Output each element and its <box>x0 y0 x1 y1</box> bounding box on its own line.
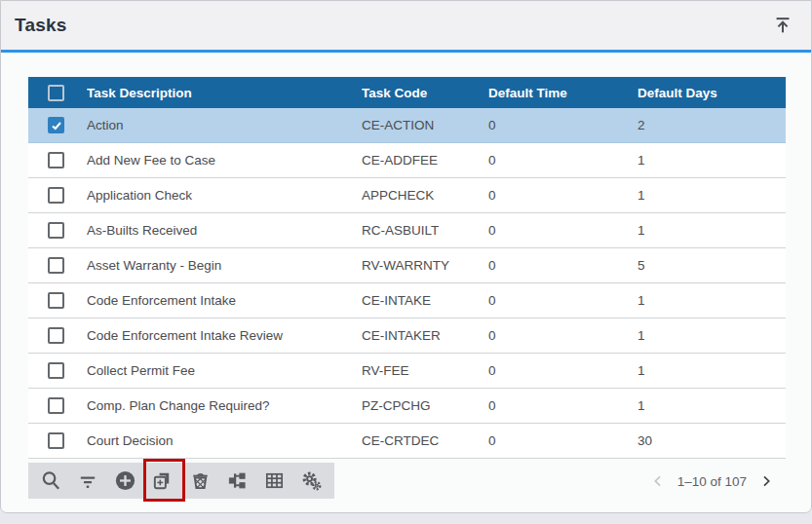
cell-task-description: Code Enforcement Intake Review <box>87 328 362 343</box>
column-header-default-days[interactable]: Default Days <box>638 86 786 100</box>
row-checkbox[interactable] <box>48 397 64 414</box>
cell-default-time: 0 <box>488 223 638 238</box>
cell-default-time: 0 <box>488 398 638 413</box>
cell-task-description: Court Decision <box>87 433 362 448</box>
cell-task-description: Code Enforcement Intake <box>87 293 362 308</box>
search-icon[interactable] <box>38 468 63 494</box>
row-checkbox[interactable] <box>48 222 64 239</box>
cell-default-days: 5 <box>638 258 786 273</box>
table-row[interactable]: Code Enforcement Intake CE-INTAKE 0 1 <box>28 283 786 318</box>
table-row[interactable]: Court Decision CE-CRTDEC 0 30 <box>28 424 786 459</box>
column-header-task-code[interactable]: Task Code <box>362 86 488 100</box>
cell-task-description: Asset Warranty - Begin <box>87 258 362 273</box>
cell-default-time: 0 <box>488 433 638 448</box>
column-header-default-time[interactable]: Default Time <box>488 86 638 100</box>
cell-default-time: 0 <box>488 118 638 132</box>
table-row[interactable]: Collect Permit Fee RV-FEE 0 1 <box>28 354 786 389</box>
cell-default-time: 0 <box>488 293 638 308</box>
row-checkbox[interactable] <box>48 187 64 204</box>
row-checkbox[interactable] <box>48 257 64 274</box>
cell-task-code: CE-CRTDEC <box>362 433 488 448</box>
hierarchy-icon[interactable] <box>224 468 250 494</box>
cell-task-code: PZ-CPCHG <box>362 398 488 413</box>
filter-icon[interactable] <box>75 468 100 494</box>
accent-divider <box>1 50 811 53</box>
add-icon[interactable] <box>113 468 138 494</box>
cell-default-time: 0 <box>488 363 638 378</box>
cell-task-code: CE-INTAKE <box>362 293 488 308</box>
table-toolbar <box>28 463 334 499</box>
cell-task-description: Comp. Plan Change Required? <box>87 398 362 413</box>
cell-task-code: APPCHECK <box>362 188 488 203</box>
table-row[interactable]: As-Builts Received RC-ASBUILT 0 1 <box>28 213 786 248</box>
cell-task-description: As-Builts Received <box>87 223 362 238</box>
cell-task-description: Add New Fee to Case <box>87 153 362 168</box>
cell-default-days: 1 <box>638 188 786 203</box>
select-all-checkbox[interactable] <box>48 85 64 101</box>
row-checkbox[interactable] <box>48 432 64 449</box>
panel-titlebar: Tasks <box>1 1 811 50</box>
next-page-icon[interactable] <box>756 471 776 491</box>
table-row[interactable]: Comp. Plan Change Required? PZ-CPCHG 0 1 <box>28 389 786 424</box>
cell-default-time: 0 <box>488 328 638 343</box>
scroll-to-top-icon[interactable] <box>770 13 795 38</box>
cell-task-code: RV-FEE <box>362 363 488 378</box>
cell-task-code: CE-ADDFEE <box>362 153 488 168</box>
cell-default-days: 2 <box>638 118 786 132</box>
row-checkbox[interactable] <box>48 152 64 168</box>
cell-task-code: CE-ACTION <box>362 118 488 132</box>
cell-default-days: 1 <box>638 153 786 168</box>
row-checkbox[interactable] <box>48 327 64 344</box>
page-title: Tasks <box>15 15 66 36</box>
tasks-table: Task Description Task Code Default Time … <box>28 77 786 459</box>
delete-icon[interactable] <box>187 468 213 494</box>
row-checkbox[interactable] <box>48 292 64 309</box>
pagination-range: 1–10 of 107 <box>677 474 747 489</box>
table-row[interactable]: Application Check APPCHECK 0 1 <box>28 178 786 213</box>
row-checkbox[interactable] <box>48 362 64 379</box>
cell-default-days: 1 <box>638 398 786 413</box>
table-grid-icon[interactable] <box>262 468 288 494</box>
cell-default-days: 30 <box>638 433 786 448</box>
prev-page-icon <box>648 471 668 491</box>
cell-task-code: CE-INTAKER <box>362 328 488 343</box>
table-header-row: Task Description Task Code Default Time … <box>28 77 786 108</box>
copy-icon[interactable] <box>150 468 175 494</box>
cell-task-description: Application Check <box>87 188 362 203</box>
table-row[interactable]: Add New Fee to Case CE-ADDFEE 0 1 <box>28 143 786 178</box>
cell-task-description: Collect Permit Fee <box>87 363 362 378</box>
settings-icon[interactable] <box>299 468 325 494</box>
table-row[interactable]: Action CE-ACTION 0 2 <box>28 108 786 143</box>
cell-default-days: 1 <box>638 223 786 238</box>
column-header-task-description[interactable]: Task Description <box>87 86 362 100</box>
cell-default-days: 1 <box>638 363 786 378</box>
pagination: 1–10 of 107 <box>648 468 776 495</box>
cell-default-days: 1 <box>638 293 786 308</box>
cell-default-time: 0 <box>488 188 638 203</box>
tasks-panel: Tasks Task Description Task Code Default… <box>0 0 812 513</box>
row-checkbox[interactable] <box>48 117 64 133</box>
cell-default-time: 0 <box>488 258 638 273</box>
cell-default-time: 0 <box>488 153 638 168</box>
cell-task-code: RC-ASBUILT <box>362 223 488 238</box>
cell-task-description: Action <box>87 118 362 132</box>
cell-task-code: RV-WARRNTY <box>362 258 488 273</box>
cell-default-days: 1 <box>638 328 786 343</box>
table-row[interactable]: Code Enforcement Intake Review CE-INTAKE… <box>28 318 786 354</box>
table-body: Action CE-ACTION 0 2 Add New Fee to Case… <box>28 108 786 459</box>
table-row[interactable]: Asset Warranty - Begin RV-WARRNTY 0 5 <box>28 248 786 283</box>
